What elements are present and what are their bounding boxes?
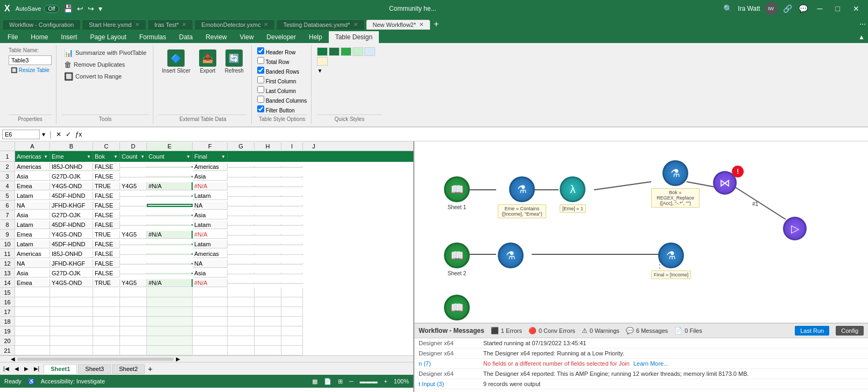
- cell-a7[interactable]: Asia: [15, 211, 50, 219]
- col-header-c[interactable]: C: [93, 142, 120, 150]
- cell-empty-i15[interactable]: [281, 288, 303, 297]
- cell-g5[interactable]: [228, 195, 255, 197]
- comment-btn[interactable]: 💬: [798, 3, 809, 14]
- table-name-input[interactable]: [9, 55, 52, 65]
- minimize-btn[interactable]: ─: [813, 3, 827, 14]
- cell-empty-h19[interactable]: [255, 326, 281, 336]
- cell-empty-h18[interactable]: [255, 317, 281, 326]
- style-swatch-3[interactable]: [341, 47, 351, 56]
- cell-empty-a15[interactable]: [15, 288, 50, 297]
- cell-a14[interactable]: Emea: [15, 279, 50, 287]
- tab-workflow-config[interactable]: Workflow - Configuration: [2, 19, 81, 30]
- cell-empty-g20[interactable]: [228, 336, 255, 346]
- cell-b12[interactable]: JFHD-KHGF: [50, 260, 93, 268]
- cell-empty-g15[interactable]: [228, 288, 255, 297]
- cell-d3[interactable]: [120, 176, 147, 177]
- cell-empty-c18[interactable]: [93, 317, 120, 326]
- row-header-4[interactable]: 4: [0, 181, 15, 191]
- cell-empty-h21[interactable]: [255, 346, 281, 355]
- row-header-19[interactable]: 19: [0, 326, 15, 336]
- close-btn[interactable]: ✕: [849, 3, 864, 14]
- header-row-checkbox[interactable]: [257, 47, 264, 54]
- filter-btn-checkbox[interactable]: [257, 105, 264, 112]
- cell-d6[interactable]: [120, 205, 147, 206]
- sheet-tab-sheet1[interactable]: Sheet1: [44, 364, 77, 374]
- cell-f3[interactable]: Asia: [193, 173, 228, 181]
- cell-empty-d15[interactable]: [120, 288, 147, 297]
- resize-table-btn[interactable]: 🔲 Resize Table: [9, 66, 52, 74]
- cell-f13[interactable]: Asia: [193, 269, 228, 277]
- cell-empty-e19[interactable]: [147, 326, 193, 336]
- cell-empty-g16[interactable]: [228, 297, 255, 307]
- insert-slicer-btn[interactable]: 🔷 Insert Slicer: [159, 47, 194, 76]
- cell-i14[interactable]: [281, 282, 303, 284]
- tab-start-here[interactable]: Start Here.yxmd ✕: [82, 19, 146, 30]
- col-header-g[interactable]: G: [228, 142, 255, 150]
- node-blue3[interactable]: ⚗ Final = [Income]: [651, 243, 691, 279]
- cell-i3[interactable]: [281, 176, 303, 177]
- cell-c10[interactable]: FALSE: [93, 240, 120, 248]
- ribbon-tab-insert[interactable]: Insert: [54, 31, 83, 43]
- filter-btn-check-label[interactable]: Filter Button: [257, 105, 307, 113]
- cell-a2[interactable]: Americas: [15, 163, 50, 171]
- style-swatch-2[interactable]: [329, 47, 340, 56]
- cell-empty-f19[interactable]: [193, 326, 228, 336]
- cell-a11[interactable]: Americas: [15, 250, 50, 258]
- cell-empty-g17[interactable]: [228, 307, 255, 317]
- banded-cols-check-label[interactable]: Banded Columns: [257, 96, 307, 104]
- cell-empty-g19[interactable]: [228, 326, 255, 336]
- cell-f5[interactable]: Latam: [193, 192, 228, 200]
- row-header-1[interactable]: 1: [0, 151, 15, 162]
- filter-header-c[interactable]: Bok▼: [93, 153, 120, 160]
- filter-header-b[interactable]: Eme▼: [50, 153, 93, 160]
- cell-d4[interactable]: Y4G5: [120, 182, 147, 190]
- cell-empty-h17[interactable]: [255, 307, 281, 317]
- summarize-pivottable-btn[interactable]: 📊 Summarize with PivotTable: [62, 47, 149, 58]
- cell-h12[interactable]: [255, 263, 281, 265]
- tab-close-icon[interactable]: ✕: [135, 22, 139, 27]
- cell-a9[interactable]: Emea: [15, 231, 50, 239]
- cell-empty-g21[interactable]: [228, 346, 255, 355]
- style-swatch-4[interactable]: [352, 47, 363, 56]
- cell-a5[interactable]: Latam: [15, 192, 50, 200]
- row-header-20[interactable]: 20: [0, 336, 15, 346]
- scrollbar-thumb[interactable]: [17, 358, 174, 361]
- col-header-a[interactable]: A: [15, 142, 50, 150]
- row-header-6[interactable]: 6: [0, 201, 15, 210]
- tab-new-workflow2[interactable]: New Workflow2* ✕: [366, 19, 431, 30]
- cell-empty-i16[interactable]: [281, 297, 303, 307]
- row-header-15[interactable]: 15: [0, 288, 15, 297]
- row-header-8[interactable]: 8: [0, 220, 15, 230]
- cell-empty-b21[interactable]: [50, 346, 93, 355]
- cell-e10[interactable]: [147, 244, 193, 245]
- cell-d14[interactable]: Y4G5: [120, 279, 147, 287]
- ribbon-collapse-btn[interactable]: ▲: [856, 31, 867, 43]
- row-header-3[interactable]: 3: [0, 172, 15, 181]
- col-header-e[interactable]: E: [147, 142, 193, 150]
- cell-empty-e21[interactable]: [147, 346, 193, 355]
- cell-h4[interactable]: [255, 186, 281, 187]
- tab-iras-test[interactable]: Iras Test* ✕: [147, 19, 194, 30]
- formula-input[interactable]: =IF(C6=TRUE,VLOOKUP(C6,Sheet2!$A:$C,3,0)…: [88, 130, 866, 139]
- cell-i10[interactable]: [281, 244, 303, 245]
- refresh-btn[interactable]: 🔄 Refresh: [222, 47, 247, 76]
- cell-a13[interactable]: Asia: [15, 269, 50, 277]
- cell-b11[interactable]: I85J-ONHD: [50, 250, 93, 258]
- cell-empty-b18[interactable]: [50, 317, 93, 326]
- cell-empty-f21[interactable]: [193, 346, 228, 355]
- filter-arrow-c[interactable]: ▼: [114, 154, 118, 159]
- page-layout-btn[interactable]: 📄: [324, 378, 331, 385]
- ribbon-tab-file[interactable]: File: [1, 31, 24, 43]
- cell-g12[interactable]: [228, 263, 255, 265]
- config-btn[interactable]: Config: [836, 326, 864, 336]
- cell-e8[interactable]: [147, 224, 193, 226]
- node-filter-eme[interactable]: λ [Eme] = 1: [560, 176, 586, 213]
- cell-g4[interactable]: [228, 186, 255, 187]
- name-box-dropdown[interactable]: ▾: [42, 131, 45, 138]
- add-sheet-btn[interactable]: +: [148, 365, 152, 373]
- corner-cell[interactable]: [0, 141, 15, 151]
- msg-source-3[interactable]: n (7): [419, 360, 483, 367]
- cell-d5[interactable]: [120, 195, 147, 197]
- cell-f9[interactable]: #N/A: [193, 231, 228, 239]
- cell-b6[interactable]: JFHD-KHGF: [50, 202, 93, 210]
